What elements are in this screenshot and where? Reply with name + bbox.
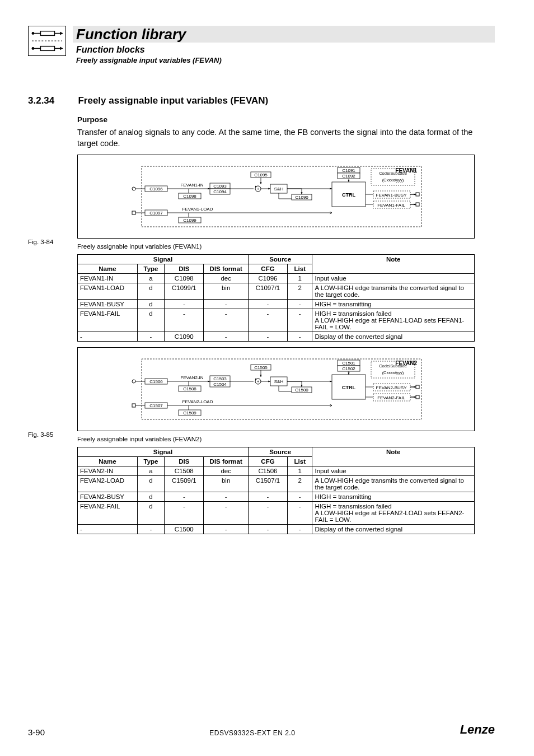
svg-text:CTRL: CTRL [342, 192, 355, 198]
svg-text:CTRL: CTRL [342, 385, 355, 390]
svg-point-128 [255, 379, 256, 380]
svg-rect-8 [40, 46, 54, 51]
svg-text:FEVAN1-FAIL: FEVAN1-FAIL [377, 203, 405, 208]
svg-text:FEVAN1-LOAD: FEVAN1-LOAD [182, 207, 213, 212]
doc-id: EDSVS9332S-EXT EN 2.0 [209, 729, 295, 737]
header-subtitle: Function blocks [76, 45, 145, 55]
svg-marker-4 [60, 32, 63, 35]
svg-rect-2 [40, 31, 54, 36]
header-band: Function library [73, 26, 495, 43]
svg-point-37 [132, 187, 135, 190]
svg-text:C1095: C1095 [254, 172, 268, 178]
svg-text:FEVAN1-BUSY: FEVAN1-BUSY [376, 193, 407, 198]
svg-text:+: + [257, 186, 260, 192]
table-1: SignalSourceNoteNameTypeDISDIS formatCFG… [77, 254, 475, 342]
svg-text:C1501: C1501 [342, 361, 355, 366]
figure-2-diagram: C1501C1502Code/Subcode(Cxxxx/yyy)FEVAN2C… [125, 356, 427, 423]
page-title: Function library [76, 26, 186, 43]
svg-text:S&H: S&H [274, 379, 284, 384]
svg-text:C1091: C1091 [342, 168, 355, 173]
svg-rect-133 [132, 404, 135, 407]
svg-text:C1500: C1500 [295, 388, 308, 393]
svg-text:C1096: C1096 [149, 186, 163, 192]
svg-marker-83 [414, 204, 416, 206]
header-subtitle2: Freely assignable input variables (FEVAN… [76, 56, 222, 64]
footer: 3-90 EDSVS9332S-EXT EN 2.0 Lenze [28, 722, 495, 737]
svg-point-6 [32, 47, 35, 50]
svg-marker-132 [330, 381, 332, 382]
brand-logo: Lenze [460, 722, 495, 737]
svg-text:S&H: S&H [274, 186, 284, 192]
page-number: 3-90 [28, 727, 45, 737]
svg-rect-84 [416, 203, 419, 206]
svg-rect-59 [132, 211, 135, 214]
svg-marker-150 [414, 386, 416, 388]
svg-point-0 [32, 32, 35, 35]
svg-marker-117 [208, 381, 210, 382]
figure-1-box: C1091C1092Code/Subcode(Cxxxx/yyy)FEVAN1C… [77, 155, 475, 239]
svg-marker-91 [348, 372, 349, 375]
svg-rect-158 [416, 395, 419, 399]
svg-marker-56 [268, 188, 270, 190]
svg-text:FEVAN1: FEVAN1 [395, 167, 417, 174]
svg-text:C1505: C1505 [254, 365, 268, 370]
svg-text:FEVAN2-BUSY: FEVAN2-BUSY [376, 385, 407, 390]
svg-text:(Cxxxx/yyy): (Cxxxx/yyy) [382, 370, 404, 375]
svg-text:C1094: C1094 [213, 189, 227, 194]
svg-marker-34 [301, 192, 302, 194]
svg-text:FEVAN1-IN: FEVAN1-IN [180, 183, 203, 188]
svg-marker-130 [268, 381, 270, 382]
svg-text:C1503: C1503 [213, 376, 227, 381]
svg-marker-58 [330, 188, 332, 190]
section-number: 3.2.34 [28, 95, 76, 106]
svg-marker-157 [414, 396, 416, 398]
svg-text:FEVAN2-FAIL: FEVAN2-FAIL [377, 395, 405, 400]
purpose-heading: Purpose [77, 115, 495, 124]
section-heading: 3.2.34 Freely assignable input variables… [28, 95, 495, 106]
svg-text:C1506: C1506 [149, 379, 163, 384]
purpose-text: Transfer of analog signals to any code. … [77, 127, 495, 149]
svg-text:C1092: C1092 [342, 174, 355, 179]
svg-point-54 [255, 186, 256, 187]
figure-1-caption: Freely assignable input variables (FEVAN… [77, 243, 202, 250]
svg-marker-17 [348, 180, 349, 182]
svg-marker-108 [301, 385, 302, 387]
svg-marker-10 [60, 47, 63, 50]
svg-marker-29 [260, 182, 261, 184]
svg-rect-77 [416, 193, 419, 196]
figure-1-diagram: C1091C1092Code/Subcode(Cxxxx/yyy)FEVAN1C… [125, 163, 427, 230]
svg-text:C1098: C1098 [183, 194, 196, 199]
svg-rect-151 [416, 385, 419, 389]
svg-marker-103 [260, 375, 261, 377]
svg-text:+: + [257, 379, 260, 384]
svg-text:FEVAN2-LOAD: FEVAN2-LOAD [182, 399, 213, 404]
svg-text:C1093: C1093 [213, 184, 227, 189]
svg-text:C1502: C1502 [342, 366, 355, 371]
section-title: Freely assignable input variables (FEVAN… [78, 95, 268, 106]
svg-point-111 [132, 380, 135, 383]
svg-marker-76 [414, 194, 416, 195]
figure-2-caption: Freely assignable input variables (FEVAN… [77, 436, 202, 442]
figure-1-number: Fig. 3-84 [28, 239, 53, 245]
doc-icon [28, 26, 66, 56]
svg-text:C1508: C1508 [183, 386, 196, 391]
svg-text:C1507: C1507 [149, 403, 163, 408]
svg-text:C1090: C1090 [295, 195, 308, 200]
table-2: SignalSourceNoteNameTypeDISDIS formatCFG… [77, 447, 475, 534]
svg-text:FEVAN2: FEVAN2 [395, 360, 417, 366]
svg-text:C1509: C1509 [183, 410, 196, 416]
figure-2-number: Fig. 3-85 [28, 431, 53, 438]
svg-text:C1099: C1099 [183, 218, 196, 223]
svg-text:FEVAN2-IN: FEVAN2-IN [180, 375, 203, 380]
svg-marker-43 [208, 188, 210, 190]
svg-text:C1504: C1504 [213, 382, 227, 387]
figure-2-box: C1501C1502Code/Subcode(Cxxxx/yyy)FEVAN2C… [77, 347, 475, 431]
svg-text:C1097: C1097 [149, 211, 163, 216]
svg-text:(Cxxxx/yyy): (Cxxxx/yyy) [382, 178, 404, 183]
